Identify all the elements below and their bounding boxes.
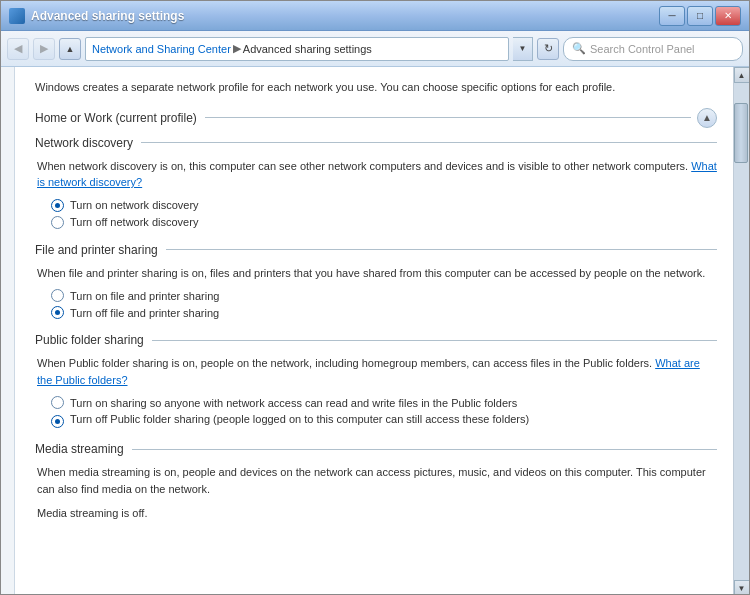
section-network-discovery: Network discovery When network discovery… [35,136,717,229]
section-header-home-work: Home or Work (current profile) ▲ [35,108,717,128]
minimize-button[interactable]: ─ [659,6,685,26]
refresh-button[interactable]: ↻ [537,38,559,60]
radio-circle-fps-on[interactable] [51,289,64,302]
network-discovery-options: Turn on network discovery Turn off netwo… [35,199,717,229]
radio-label-pfs-off: Turn off Public folder sharing (people l… [70,413,529,425]
subsection-title-file-printer: File and printer sharing [35,243,158,257]
left-sidebar [1,67,15,595]
radio-label-nd-off: Turn off network discovery [70,216,198,228]
radio-circle-pfs-on[interactable] [51,396,64,409]
radio-network-discovery-on[interactable]: Turn on network discovery [51,199,717,212]
radio-dot-fps-off [55,310,60,315]
breadcrumb-current: Advanced sharing settings [243,43,372,55]
file-printer-options: Turn on file and printer sharing Turn of… [35,289,717,319]
radio-public-folder-on[interactable]: Turn on sharing so anyone with network a… [51,396,717,409]
subsection-header-network-discovery: Network discovery [35,136,717,150]
media-streaming-status: Media streaming is off. [35,505,717,522]
title-bar: Advanced sharing settings ─ □ ✕ [1,1,749,31]
content-body: Windows creates a separate network profi… [15,67,733,595]
public-folders-link[interactable]: What are the Public folders? [37,357,700,386]
breadcrumb-separator-1: ▶ [233,42,241,55]
subsection-title-network-discovery: Network discovery [35,136,133,150]
scroll-thumb[interactable] [734,103,748,163]
subsection-header-file-printer: File and printer sharing [35,243,717,257]
section-title-home-work: Home or Work (current profile) [35,111,197,125]
radio-label-pfs-on: Turn on sharing so anyone with network a… [70,397,517,409]
subsection-header-media-streaming: Media streaming [35,442,717,456]
radio-circle-nd-off[interactable] [51,216,64,229]
scroll-thumb-area [734,83,749,580]
radio-circle-fps-off[interactable] [51,306,64,319]
public-folder-description: When Public folder sharing is on, people… [35,355,717,388]
up-button[interactable]: ▲ [59,38,81,60]
section-file-printer-sharing: File and printer sharing When file and p… [35,243,717,320]
scrollbar[interactable]: ▲ ▼ [733,67,749,595]
radio-dot-nd-on [55,203,60,208]
section-divider-home-work [205,117,691,118]
radio-file-printer-on[interactable]: Turn on file and printer sharing [51,289,717,302]
section-public-folder: Public folder sharing When Public folder… [35,333,717,428]
file-printer-description: When file and printer sharing is on, fil… [35,265,717,282]
back-button[interactable]: ◀ [7,38,29,60]
radio-circle-pfs-off[interactable] [51,415,64,428]
radio-public-folder-off[interactable]: Turn off Public folder sharing (people l… [51,413,717,428]
subsection-divider-file-printer [166,249,717,250]
title-bar-left: Advanced sharing settings [9,8,184,24]
radio-label-nd-on: Turn on network discovery [70,199,199,211]
address-bar: ◀ ▶ ▲ Network and Sharing Center ▶ Advan… [1,31,749,67]
scroll-up-button[interactable]: ▲ [734,67,750,83]
search-icon: 🔍 [572,42,586,55]
radio-label-fps-on: Turn on file and printer sharing [70,290,219,302]
radio-circle-nd-on[interactable] [51,199,64,212]
maximize-button[interactable]: □ [687,6,713,26]
media-streaming-description: When media streaming is on, people and d… [35,464,717,497]
subsection-divider-network-discovery [141,142,717,143]
title-bar-buttons: ─ □ ✕ [659,6,741,26]
radio-label-fps-off: Turn off file and printer sharing [70,307,219,319]
window-title: Advanced sharing settings [31,9,184,23]
scroll-area: Windows creates a separate network profi… [15,67,733,595]
subsection-divider-media-streaming [132,449,717,450]
breadcrumb-network-sharing[interactable]: Network and Sharing Center [92,43,231,55]
address-dropdown-button[interactable]: ▼ [513,37,533,61]
subsection-title-media-streaming: Media streaming [35,442,124,456]
scroll-down-button[interactable]: ▼ [734,580,750,595]
network-discovery-description: When network discovery is on, this compu… [35,158,717,191]
section-collapse-home-work[interactable]: ▲ [697,108,717,128]
intro-text: Windows creates a separate network profi… [35,75,717,96]
subsection-divider-public-folder [152,340,717,341]
radio-file-printer-off[interactable]: Turn off file and printer sharing [51,306,717,319]
search-placeholder: Search Control Panel [590,43,695,55]
forward-button[interactable]: ▶ [33,38,55,60]
radio-network-discovery-off[interactable]: Turn off network discovery [51,216,717,229]
address-field[interactable]: Network and Sharing Center ▶ Advanced sh… [85,37,509,61]
public-folder-options: Turn on sharing so anyone with network a… [35,396,717,428]
close-button[interactable]: ✕ [715,6,741,26]
subsection-title-public-folder: Public folder sharing [35,333,144,347]
section-media-streaming: Media streaming When media streaming is … [35,442,717,522]
app-icon [9,8,25,24]
radio-dot-pfs-off [55,419,60,424]
network-discovery-link[interactable]: What is network discovery? [37,160,717,189]
subsection-header-public-folder: Public folder sharing [35,333,717,347]
search-box[interactable]: 🔍 Search Control Panel [563,37,743,61]
main-content: Windows creates a separate network profi… [1,67,749,595]
